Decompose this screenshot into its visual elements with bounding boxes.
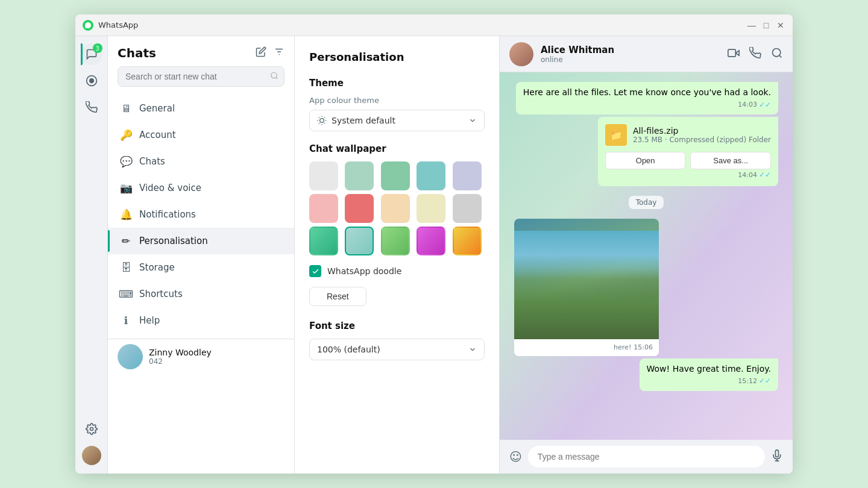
doodle-checkbox[interactable] <box>309 265 321 277</box>
settings-title: Chats <box>118 46 156 60</box>
sidebar-item-notifications[interactable]: 🔔 Notifications <box>108 201 294 228</box>
personalisation-title: Personalisation <box>309 51 485 63</box>
wallpaper-swatch[interactable] <box>309 227 338 255</box>
voice-call-icon[interactable] <box>749 47 761 61</box>
sidebar-item-help[interactable]: ℹ Help <box>108 307 294 334</box>
wallpaper-swatch[interactable] <box>381 194 410 223</box>
wallpaper-swatch[interactable] <box>417 161 445 190</box>
save-file-button[interactable]: Save as... <box>690 152 771 169</box>
sidebar-item-personalisation[interactable]: ✏️ Personalisation <box>108 228 294 254</box>
wallpaper-swatch[interactable] <box>381 161 410 190</box>
read-tick: ✓✓ <box>759 170 771 179</box>
date-badge: Today <box>629 196 664 209</box>
font-value: 100% (default) <box>317 345 380 354</box>
calls-icon-strip[interactable] <box>81 96 102 118</box>
close-button[interactable]: ✕ <box>776 20 785 30</box>
personalisation-icon: ✏️ <box>120 235 132 247</box>
reset-button[interactable]: Reset <box>309 287 366 306</box>
font-dropdown[interactable]: 100% (default) <box>309 339 485 360</box>
account-icon: 🔑 <box>120 129 132 141</box>
wallpaper-swatch[interactable] <box>381 227 410 255</box>
theme-value: System default <box>332 116 395 125</box>
doodle-label: WhatsApp doodle <box>327 266 401 276</box>
sidebar-item-general[interactable]: 🖥 General <box>108 95 294 122</box>
sidebar-item-video[interactable]: 📷 Video & voice <box>108 175 294 201</box>
sidebar-item-label: Help <box>139 315 160 326</box>
settings-panel: Chats 🖥 General <box>108 36 295 474</box>
file-message-time: 14:04 ✓✓ <box>605 170 771 179</box>
final-message-bubble: Wow! Have great time. Enjoy. 15:12 ✓✓ <box>640 358 778 391</box>
theme-label: App colour theme <box>309 96 485 105</box>
wallpaper-swatch[interactable] <box>345 194 374 223</box>
message-row: Here are all the files. Let me know once… <box>514 82 778 114</box>
wallpaper-swatch[interactable] <box>309 194 338 223</box>
contact-avatar <box>509 42 533 66</box>
chevron-down-icon <box>468 116 477 125</box>
settings-header: Chats <box>108 36 294 60</box>
emoji-icon[interactable]: ☺ <box>509 449 522 464</box>
final-message-time: 15:12 ✓✓ <box>647 376 771 386</box>
sidebar-item-label: Chats <box>139 156 165 167</box>
sidebar-item-account[interactable]: 🔑 Account <box>108 122 294 148</box>
chat-area: Alice Whitman online <box>500 36 793 474</box>
svg-marker-9 <box>735 50 739 55</box>
theme-dropdown[interactable]: System default <box>309 110 485 131</box>
svg-line-7 <box>276 77 278 79</box>
settings-icon-strip[interactable] <box>81 418 102 440</box>
svg-line-12 <box>779 55 782 57</box>
sidebar-item-label: Storage <box>139 262 175 273</box>
mic-icon[interactable] <box>771 449 783 465</box>
file-actions: Open Save as... <box>605 152 771 169</box>
chat-header: Alice Whitman online <box>500 36 793 72</box>
wallpaper-swatch[interactable] <box>417 194 445 223</box>
app-body: 3 Chats <box>75 36 793 474</box>
file-info: 📁 All-files.zip 23.5 MB · Compressed (zi… <box>605 124 771 146</box>
photo-message-row: here! 15:06 <box>514 219 778 355</box>
filter-icon[interactable] <box>274 46 285 60</box>
file-icon: 📁 <box>605 124 627 146</box>
wallpaper-swatch[interactable] <box>453 227 482 255</box>
message-text: Here are all the files. Let me know once… <box>523 87 771 97</box>
message-bubble: Here are all the files. Let me know once… <box>516 82 778 114</box>
profile-icon-strip[interactable] <box>81 445 102 466</box>
chat-input-row: ☺ <box>500 440 793 474</box>
settings-nav: 🖥 General 🔑 Account 💬 Chats 📷 Video & vo… <box>108 93 294 474</box>
sidebar-item-chats[interactable]: 💬 Chats <box>108 148 294 175</box>
svg-point-2 <box>90 428 93 431</box>
chats-icon-strip[interactable]: 3 <box>81 43 102 65</box>
read-tick: ✓✓ <box>759 376 771 386</box>
wallpaper-swatch[interactable] <box>453 161 482 190</box>
sidebar-item-shortcuts[interactable]: ⌨ Shortcuts <box>108 281 294 307</box>
sidebar-item-label: Notifications <box>139 209 196 220</box>
icon-strip: 3 <box>75 36 108 474</box>
chat-messages: Here are all the files. Let me know once… <box>500 72 793 440</box>
notification-badge: 3 <box>93 43 102 53</box>
wallpaper-swatch[interactable] <box>345 161 374 190</box>
wallpaper-swatch[interactable] <box>453 194 482 223</box>
app-title: WhatsApp <box>98 20 747 30</box>
chat-header-actions <box>728 47 783 61</box>
svg-point-6 <box>271 72 277 78</box>
search-chat-icon[interactable] <box>771 47 783 61</box>
sidebar-item-storage[interactable]: 🗄 Storage <box>108 254 294 281</box>
wallpaper-section-title: Chat wallpaper <box>309 143 485 154</box>
minimize-button[interactable]: — <box>747 20 756 30</box>
search-input[interactable] <box>118 66 285 87</box>
open-file-button[interactable]: Open <box>605 152 686 169</box>
read-tick: ✓✓ <box>759 100 771 110</box>
new-chat-icon[interactable] <box>256 46 266 60</box>
status-icon-strip[interactable] <box>81 70 102 92</box>
photo-image <box>514 219 659 339</box>
wallpaper-swatch[interactable] <box>309 161 338 190</box>
wallpaper-swatch[interactable] <box>417 227 445 255</box>
help-icon: ℹ <box>120 314 132 327</box>
svg-point-1 <box>89 79 93 83</box>
theme-section-title: Theme <box>309 78 485 89</box>
title-bar: WhatsApp — □ ✕ <box>75 14 793 36</box>
file-name: All-files.zip <box>633 126 771 136</box>
maximize-button[interactable]: □ <box>761 20 771 30</box>
wallpaper-swatch[interactable] <box>345 227 374 255</box>
message-input[interactable] <box>528 446 765 468</box>
video-call-icon[interactable] <box>728 47 740 61</box>
chat-list-item[interactable]: Zinny Woodley 042 <box>108 339 294 374</box>
